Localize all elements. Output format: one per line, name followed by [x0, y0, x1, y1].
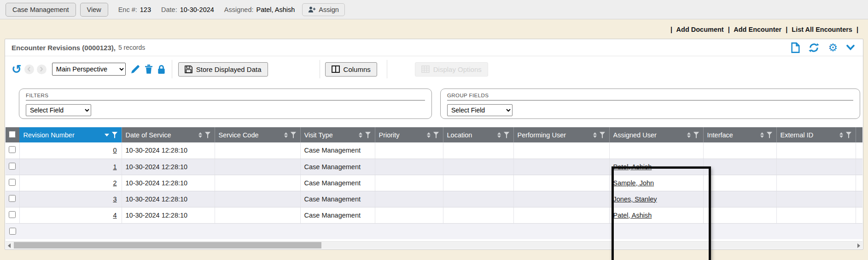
sort-icon	[839, 132, 843, 138]
row-checkbox[interactable]	[9, 163, 16, 170]
revision-link[interactable]: 4	[113, 212, 117, 219]
add-encounter-link[interactable]: Add Encounter	[734, 26, 781, 33]
table-row: 3 10-30-2024 12:28:10 Case Management Jo…	[6, 191, 862, 207]
sort-icon	[687, 132, 691, 138]
column-header-clipped[interactable]: S	[856, 127, 862, 142]
save-floppy-icon	[185, 65, 192, 73]
empty-footer-row	[6, 224, 862, 239]
select-all-header[interactable]	[6, 127, 19, 142]
group-fields-label: GROUP FIELDS	[447, 93, 853, 100]
grid-icon	[421, 65, 430, 73]
sort-icon	[760, 132, 764, 138]
filter-funnel-icon[interactable]	[433, 132, 439, 138]
assigned-user-link[interactable]: Patel, Ashish	[613, 163, 652, 171]
horizontal-scrollbar[interactable]	[6, 241, 862, 249]
row-checkbox[interactable]	[9, 179, 16, 186]
date-label: Date:	[161, 6, 177, 13]
sort-icon	[593, 132, 597, 138]
column-header-interface[interactable]: Interface	[703, 127, 776, 142]
perspective-toolbar: ↺ Main Perspective	[5, 56, 863, 82]
panel-header: Encounter Revisions (0000123), 5 records…	[5, 39, 863, 56]
group-fields-box: GROUP FIELDS Select Field	[440, 89, 860, 119]
perspective-select[interactable]: Main Perspective	[52, 63, 126, 76]
link-separator: |	[786, 26, 787, 33]
link-separator: |	[856, 26, 858, 33]
filters-select-field[interactable]: Select Field	[26, 104, 91, 116]
list-all-encounters-link[interactable]: List All Encounters	[792, 26, 852, 33]
new-document-icon[interactable]	[791, 42, 800, 53]
filter-funnel-icon[interactable]	[205, 132, 211, 138]
revisions-table: Revision Number Date of Service Service …	[6, 127, 862, 224]
link-separator: |	[670, 26, 672, 33]
filter-funnel-icon[interactable]	[846, 132, 852, 138]
revision-link[interactable]: 3	[113, 195, 117, 203]
scroll-left-arrow[interactable]	[8, 243, 11, 248]
row-checkbox[interactable]	[9, 146, 16, 153]
filter-funnel-icon[interactable]	[693, 132, 699, 138]
column-header-service-code[interactable]: Service Code	[215, 127, 300, 142]
sort-icon	[198, 132, 202, 138]
panel-title: Encounter Revisions (0000123),	[12, 44, 116, 52]
gear-icon[interactable]: ⚙	[828, 41, 838, 53]
table-header-row: Revision Number Date of Service Service …	[6, 127, 862, 142]
revision-link[interactable]: 0	[113, 147, 117, 154]
select-all-checkbox[interactable]	[9, 131, 16, 138]
group-fields-select-field[interactable]: Select Field	[447, 104, 513, 116]
edit-perspective-pencil-icon[interactable]	[130, 65, 140, 74]
enc-label: Enc #:	[118, 6, 137, 13]
sort-icon	[497, 132, 501, 138]
display-options-button: Display Options	[415, 62, 488, 77]
case-management-button[interactable]: Case Management	[6, 3, 76, 17]
assign-button[interactable]: Assign	[302, 3, 345, 16]
action-links: | Add Document | Add Encounter | List Al…	[0, 19, 868, 39]
scrollbar-thumb[interactable]	[14, 242, 321, 248]
filter-funnel-icon[interactable]	[504, 132, 510, 138]
filter-funnel-icon[interactable]	[365, 132, 371, 138]
filter-group-row: FILTERS Select Field GROUP FIELDS Select…	[5, 82, 863, 119]
view-button[interactable]: View	[80, 3, 108, 17]
row-checkbox[interactable]	[9, 211, 16, 218]
assigned-label: Assigned:	[224, 6, 254, 13]
prev-perspective-button[interactable]	[24, 65, 34, 74]
lock-perspective-icon[interactable]	[157, 65, 165, 74]
column-header-revision-number[interactable]: Revision Number	[19, 127, 122, 142]
filters-box: FILTERS Select Field	[19, 89, 432, 119]
table-row: 4 10-30-2024 12:28:10 Case Management Pa…	[6, 207, 862, 223]
assigned-user-link[interactable]: Sample, John	[613, 179, 654, 187]
toolbar-divider	[172, 60, 172, 78]
assigned-user-link[interactable]: Patel, Ashish	[613, 212, 652, 219]
column-header-external-id[interactable]: External ID	[776, 127, 856, 142]
column-header-performing-user[interactable]: Performing User	[513, 127, 609, 142]
enc-value: 123	[140, 6, 151, 13]
delete-perspective-trash-icon[interactable]	[145, 65, 153, 74]
toolbar-divider	[320, 60, 320, 78]
column-header-priority[interactable]: Priority	[375, 127, 443, 142]
column-header-date-of-service[interactable]: Date of Service	[122, 127, 215, 142]
columns-button[interactable]: Columns	[325, 62, 377, 77]
next-perspective-button[interactable]	[37, 65, 47, 74]
column-header-assigned-user[interactable]: Assigned User	[609, 127, 703, 142]
encounter-date: Date: 10-30-2024	[161, 6, 214, 13]
undo-icon[interactable]: ↺	[12, 63, 22, 75]
encounter-number: Enc #: 123	[118, 6, 151, 13]
footer-checkbox[interactable]	[9, 228, 16, 235]
revision-link[interactable]: 1	[113, 163, 117, 171]
refresh-icon[interactable]	[809, 42, 819, 53]
revision-link[interactable]: 2	[113, 179, 117, 187]
column-header-visit-type[interactable]: Visit Type	[300, 127, 375, 142]
filter-funnel-icon[interactable]	[112, 132, 118, 138]
assigned-user-field: Assigned: Patel, Ashish	[224, 6, 295, 13]
encounter-revisions-panel: Encounter Revisions (0000123), 5 records…	[5, 39, 863, 250]
filter-funnel-icon[interactable]	[291, 132, 297, 138]
link-separator: |	[728, 26, 730, 33]
filter-funnel-icon[interactable]	[600, 132, 606, 138]
scroll-right-arrow[interactable]	[857, 243, 860, 248]
column-header-location[interactable]: Location	[443, 127, 513, 142]
store-displayed-data-button[interactable]: Store Displayed Data	[178, 62, 268, 77]
filter-funnel-icon[interactable]	[767, 132, 773, 138]
chevron-down-icon[interactable]	[846, 45, 855, 50]
assigned-user-link[interactable]: Jones, Stanley	[613, 195, 657, 203]
add-document-link[interactable]: Add Document	[676, 26, 724, 33]
row-checkbox[interactable]	[9, 195, 16, 202]
toolbar-divider	[387, 60, 387, 78]
